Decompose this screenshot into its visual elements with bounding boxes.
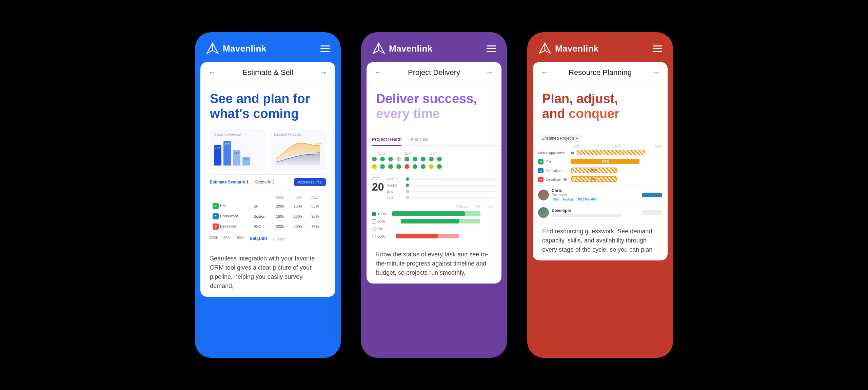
dot-green-6 [421,157,426,161]
gantt-bar-60-red [396,234,438,238]
dot-yellow-1 [372,164,377,169]
dot-green-13 [421,164,426,169]
gantt-bar-60-pink [438,234,459,238]
res-row-pm: P PM 100% [538,159,662,165]
unstaffed-dropdown[interactable]: Unstaffed Projects ▾ [538,135,581,142]
nav-prev-resource[interactable]: ← [541,68,548,77]
logo-blue: Mavenlink [206,42,266,55]
total-30k: $30k [223,236,232,241]
dot-green-14 [437,164,442,169]
dot-green-2 [380,157,385,161]
nav-next-estimate[interactable]: → [320,68,327,77]
dot-yellow-2 [429,164,434,169]
badge-developer: D [213,223,219,230]
dot-green-5 [413,157,417,161]
capacity-forecast-chart: Capacity Forecast 30% 35% 25% [210,129,266,170]
tag-restful: RESTful APIs [576,197,598,201]
chris-role: Developer [552,193,639,197]
badge-developer-red: D [538,177,544,182]
nav-next-delivery[interactable]: → [486,68,493,77]
description-delivery: Know the status of every task and see to… [367,244,501,284]
month-oct: OCT [430,151,437,155]
gantt-col-q1: Q1 [476,205,480,209]
gantt-check-50[interactable] [372,219,376,223]
unstaffed-label: Unstaffed Projects [541,136,575,141]
health-label: Health [387,177,404,181]
gantt-row-60: 60% [372,234,496,239]
phone-resource-planning: Mavenlink ← Resource Planning → Plan, ad… [527,32,673,358]
dot-green-12 [413,164,417,169]
gantt-row-50: 50% [372,219,496,224]
table-row: CConsultant Boston 180h 160h 90% [211,212,325,221]
tab-project-health[interactable]: Project Health [372,137,401,146]
hamburger-red[interactable] [653,45,662,52]
chris-bar [642,193,662,197]
chris-name: Chris [552,188,639,193]
mobile-bar-hatched [577,150,645,155]
dot-green-10 [388,164,393,169]
logo-text-blue: Mavenlink [223,43,266,54]
role-pm: PPM [211,201,251,211]
area-chart-svg: 120% 55% [274,138,322,165]
pm-bar: 100% [571,159,639,164]
scenario-bar: Estimate Scenario 1 | Scenario 2 Add Res… [210,174,326,190]
dot-red-1 [405,164,409,169]
mavenlink-logo-icon [206,42,219,55]
resource-header: SEP OCT NOV [533,145,668,149]
person-row-developer2: Developer [538,204,662,221]
hamburger-blue[interactable] [320,45,330,52]
pm-pct: 100% [601,160,609,163]
description-estimate: Seamless integration with your favorite … [200,248,335,297]
month-aug: AUG [377,151,386,155]
headline-resource: Plan, adjust, and conquer [542,92,658,121]
dev2-placeholder [552,214,622,217]
hamburger-purple[interactable] [487,45,496,52]
card-estimate: ← Estimate & Sell → See and plan for wha… [200,62,335,297]
nav-title-estimate: Estimate & Sell [242,68,293,77]
scope-dot [406,183,409,187]
dot-green-8 [437,157,442,161]
total-50pct: 50% [237,236,244,241]
mavenlink-logo-icon-red [538,42,552,55]
gantt-col-done: % Done [456,205,468,209]
nav-prev-estimate[interactable]: ← [209,68,216,77]
health-row-tim: Tim [387,195,496,199]
add-developer-icon[interactable]: ⊕ [563,177,567,182]
dot-green-7 [429,157,434,161]
gantt-check-100[interactable] [372,212,376,216]
date-number: 20 [372,181,384,192]
avatar-img-chris [538,190,549,200]
health-items: Health Scope Bud [387,177,496,199]
col-h3: ALL [309,194,325,201]
gantt-label-100: 100% [377,212,387,216]
svg-text:55%: 55% [315,151,320,154]
mavenlink-logo-icon-purple [372,42,386,55]
nav-prev-delivery[interactable]: ← [375,68,382,77]
dot-gray-1 [396,157,401,161]
card-nav-delivery: ← Project Delivery → [367,62,501,83]
bud-line [411,191,496,192]
card-nav-estimate: ← Estimate & Sell → [200,62,335,83]
tabs-row: Project Health Financials [367,132,501,146]
add-resource-button[interactable]: Add Resource [294,178,326,186]
res-row-consultant: C Consultant 50% [538,168,662,174]
dots-row-2 [372,164,496,169]
gantt-bar-50-light [459,219,480,223]
role-consultant: CConsultant [211,212,251,221]
pm-label: PM [546,160,551,164]
consultant-pct: 50% [591,169,597,172]
scenario1[interactable]: Estimate Scenario 1 [210,180,249,184]
nav-next-resource[interactable]: → [652,68,659,77]
months-row: AUG SEP OCT [372,151,496,155]
card-delivery: ← Project Delivery → Deliver success, ev… [367,62,501,284]
consultant-label: Consultant [546,169,563,173]
bud-dot [406,190,409,193]
res-col-nov: NOV [655,145,662,149]
loc-developer: SLC [252,222,273,231]
card-resource: ← Resource Planning → Plan, adjust, and … [533,62,668,260]
scenario2[interactable]: Scenario 2 [255,180,274,184]
developer-label: Developer [546,178,562,181]
gantt-circle-60 [372,234,376,238]
gantt-area: % Done Q1 Q2 100% [367,202,501,244]
tab-financials[interactable]: Financials [408,137,428,145]
